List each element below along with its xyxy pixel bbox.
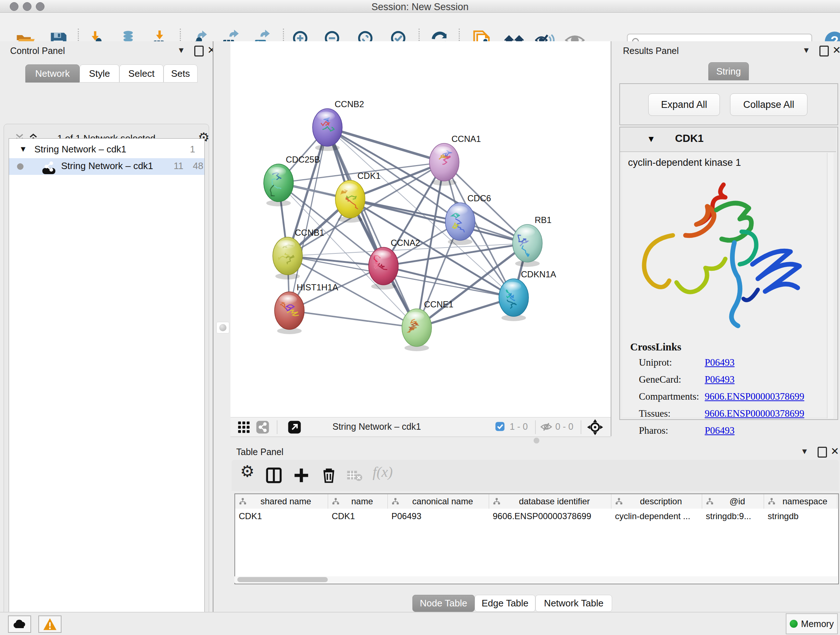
node-RB1[interactable]: RB1 — [513, 215, 552, 267]
results-panel-close-icon[interactable]: ✕ — [832, 44, 840, 56]
column-header-canonical-name[interactable]: canonical name — [388, 494, 489, 509]
node-gloss-highlight — [406, 312, 424, 321]
selected-checkbox-icon[interactable] — [494, 421, 505, 433]
open-in-browser-icon[interactable] — [287, 420, 302, 435]
memory-button[interactable]: Memory — [786, 613, 838, 634]
crosslink-label: Pharos: — [639, 425, 668, 436]
node-CCNA1[interactable]: CCNA1 — [429, 134, 481, 186]
left-splitter-handle[interactable] — [216, 322, 229, 333]
crosslink-link[interactable]: 9606.ENSP00000378699 — [705, 408, 804, 419]
crosslink-link[interactable]: P06493 — [705, 425, 735, 436]
table-tabs: Node TableEdge TableNetwork Table — [231, 595, 840, 612]
cloud-button[interactable] — [8, 616, 31, 633]
node-gloss-highlight — [317, 111, 335, 121]
left-splitter[interactable] — [213, 41, 231, 612]
table-cell[interactable]: CDK1 — [235, 509, 328, 524]
column-header-shared-name[interactable]: shared name — [235, 494, 328, 509]
table-cell[interactable]: stringdb:9... — [702, 509, 764, 524]
node-table: shared namenamecanonical namedatabase id… — [234, 494, 839, 584]
results-panel-float-icon[interactable] — [819, 46, 829, 57]
table-cell[interactable]: cyclin-dependent ... — [611, 509, 702, 524]
node-CCNA2[interactable]: CCNA2 — [369, 238, 420, 290]
column-header--id[interactable]: @id — [702, 494, 764, 509]
table-cell[interactable]: stringdb — [764, 509, 837, 524]
table-panel-collapse-icon[interactable]: ▼ — [801, 447, 808, 456]
node-CDK1[interactable]: CDK1 — [335, 171, 381, 223]
grid-view-icon[interactable] — [237, 420, 251, 435]
edge-CCNB2-CCNA1[interactable] — [327, 127, 444, 162]
node-label-CCNB1: CCNB1 — [295, 228, 324, 238]
crosslink-link[interactable]: P06493 — [705, 374, 735, 385]
table-panel-float-icon[interactable] — [818, 447, 827, 458]
tab-sets[interactable]: Sets — [164, 65, 197, 82]
node-gloss-highlight — [434, 146, 452, 156]
node-HIST1H1A[interactable]: HIST1H1A — [275, 282, 338, 334]
hidden-counts: 0 - 0 — [555, 421, 573, 432]
column-header-name[interactable]: name — [328, 494, 388, 509]
gene-entry-header[interactable]: ▼ CDK1 — [620, 127, 836, 152]
node-CDKN1A[interactable]: CDKN1A — [499, 269, 556, 321]
table-cell[interactable]: 9606.ENSP00000378699 — [489, 509, 611, 524]
table-scrollbar-thumb[interactable] — [237, 577, 328, 582]
results-scrollbar[interactable] — [827, 153, 833, 418]
protein-structure-image[interactable] — [633, 177, 814, 333]
network-canvas[interactable]: CCNB2CCNA1CDC25BCDK1CDC6RB1CCNB1CCNA2CDK… — [231, 41, 611, 417]
network-collection-row[interactable]: ▼ String Network – cdk1 1 — [9, 141, 204, 158]
network-graph[interactable]: CCNB2CCNA1CDC25BCDK1CDC6RB1CCNB1CCNA2CDK… — [231, 41, 611, 417]
tab-node-table[interactable]: Node Table — [412, 595, 475, 612]
memory-label: Memory — [801, 619, 834, 629]
tab-edge-table[interactable]: Edge Table — [475, 595, 535, 612]
network-name: String Network – cdk1 — [61, 160, 153, 172]
crosslink-link[interactable]: 9606.ENSP00000378699 — [705, 391, 804, 402]
node-gloss-highlight — [503, 282, 521, 291]
tab-network-table[interactable]: Network Table — [535, 595, 612, 612]
tab-network[interactable]: Network — [25, 65, 80, 82]
warnings-button[interactable] — [38, 616, 62, 633]
crosslink-link[interactable]: P06493 — [705, 357, 735, 368]
add-column-icon[interactable] — [292, 466, 310, 486]
collapse-all-button[interactable]: Collapse All — [730, 93, 807, 116]
string-view-icon[interactable] — [256, 420, 270, 435]
edge-CCNB2-CCNE1[interactable] — [327, 127, 417, 328]
table-panel-close-icon[interactable]: ✕ — [831, 445, 839, 457]
network-view-toolbar: String Network – cdk1 1 - 0 0 - 0 — [231, 417, 611, 437]
delete-column-icon[interactable] — [320, 466, 338, 486]
gene-expander-icon[interactable]: ▼ — [647, 134, 655, 144]
birdseye-view-icon[interactable] — [587, 419, 603, 437]
node-gloss-highlight — [517, 227, 535, 237]
table-cell[interactable]: P06493 — [388, 509, 489, 524]
tab-select[interactable]: Select — [119, 65, 164, 82]
tab-string[interactable]: String — [708, 62, 749, 80]
table-toolbar: ⚙ f(x) — [232, 460, 839, 491]
control-panel-title: Control Panel — [10, 46, 65, 56]
crosslink-label: Tissues: — [639, 408, 671, 419]
status-bar: Memory — [0, 612, 840, 635]
collection-expander-icon[interactable]: ▼ — [19, 144, 27, 154]
node-label-HIST1H1A: HIST1H1A — [297, 282, 338, 292]
node-CCNE1[interactable]: CCNE1 — [402, 299, 453, 351]
show-columns-icon[interactable] — [265, 466, 283, 486]
tab-style[interactable]: Style — [80, 65, 119, 82]
results-panel-collapse-icon[interactable]: ▼ — [802, 46, 810, 55]
network-row[interactable]: String Network – cdk1 11 48 — [9, 158, 204, 175]
edge-HIST1H1A-CCNE1[interactable] — [289, 310, 417, 328]
canvas-toolbar-divider — [535, 420, 536, 434]
canvas-toolbar-divider — [581, 420, 581, 434]
bottom-splitter[interactable] — [231, 436, 840, 445]
table-cell[interactable]: CDK1 — [328, 509, 388, 524]
column-header-namespace[interactable]: namespace — [764, 494, 837, 509]
node-label-CDKN1A: CDKN1A — [521, 269, 556, 279]
expand-all-button[interactable]: Expand All — [648, 93, 720, 116]
table-options-gear-icon[interactable]: ⚙ — [240, 462, 254, 480]
node-gloss-highlight — [450, 206, 468, 215]
node-label-CCNE1: CCNE1 — [424, 299, 453, 309]
control-panel-collapse-icon[interactable]: ▼ — [177, 46, 185, 55]
control-panel-float-icon[interactable] — [194, 46, 204, 57]
network-edge-count: 48 — [193, 160, 203, 172]
table-horizontal-scrollbar[interactable] — [234, 576, 837, 583]
column-header-database-identifier[interactable]: database identifier — [489, 494, 611, 509]
bottom-splitter-handle[interactable] — [534, 438, 539, 443]
table-panel-title: Table Panel — [236, 447, 284, 457]
column-header-description[interactable]: description — [611, 494, 702, 509]
window-title: Session: New Session — [0, 2, 840, 13]
